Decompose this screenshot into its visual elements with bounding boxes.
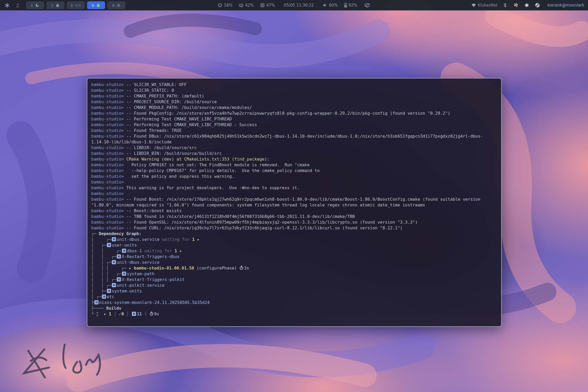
terminal-line: └ ∑ ▸ 1 │ ✓0 │ 11 │ 9s <box>91 311 497 317</box>
terminal-line: ┌─ Dependency Graph: <box>91 231 497 237</box>
terminal-text-segment: │ │ ┌─ <box>91 283 111 288</box>
terminal-text-segment: set the policy and suppress this warning… <box>126 174 234 179</box>
workspace-number: 1 <box>31 3 33 8</box>
terminal-text-segment: -- Performing Test CMAKE_HAVE_LIBC_PTHRE… <box>126 117 232 121</box>
pause-icon <box>107 243 111 247</box>
terminal-text-segment: -- SLIC3R_STATIC: 0 <box>126 88 174 93</box>
terminal-text-segment: bambu-studio> <box>91 197 126 202</box>
terminal-line: bambu-studio> -- Found Threads: TRUE <box>91 128 497 133</box>
terminal-text-segment: ▸ <box>104 311 109 316</box>
terminal-text-segment: bambu-studio-01.00.01.50 <box>134 266 194 271</box>
terminal-text-segment: ✓ <box>119 311 121 316</box>
tray-dots-app-icon[interactable] <box>513 2 519 9</box>
terminal-line: bambu-studio> -- Performing Test CMAKE_H… <box>91 122 497 128</box>
terminal-text-segment: ├ <box>91 300 94 305</box>
ghost-icon <box>96 3 100 7</box>
terminal-text-segment: bambu-studio> <box>91 99 126 104</box>
terminal-line: bambu-studio> -- SLIC3R_WX_STABLE: OFF <box>91 82 497 88</box>
slack-icon <box>117 3 120 7</box>
terminal-text-segment: unit-polkit.service <box>117 283 164 288</box>
terminal-text-segment: 0 <box>121 311 124 316</box>
terminal-text-segment: │ │ │ ┌─ <box>91 266 129 271</box>
terminal-line: │ │ │ ┌─ ▸ bambu-studio-01.00.01.50 (con… <box>91 265 497 271</box>
terminal-line: bambu-studio> --help-policy CMP0167" for… <box>91 168 497 174</box>
terminal-text-segment: bambu-studio> <box>91 220 126 225</box>
terminal-text-segment: │ │ │ ┌─ <box>91 271 121 276</box>
terminal-text-segment: CMake Warning (dev) at CMakeLists.txt:35… <box>126 157 270 162</box>
workspace-button-8[interactable]: 8 <box>107 1 125 9</box>
volume-level: 60% <box>329 3 338 8</box>
terminal-text-segment: │ ┌─ <box>91 243 106 248</box>
terminal-text-segment: │ ┌─ <box>91 294 101 299</box>
terminal-text-segment: │ │ ┌─ <box>91 254 116 259</box>
terminal-line: bambu-studio> -- Found PkgConfig: /nix/s… <box>91 111 497 116</box>
terminal-text-segment: -- CMAKE_PREFIX_PATH: (default) <box>126 94 204 99</box>
terminal-text-segment: bambu-studio> <box>91 145 126 150</box>
workspace-list: 123</>58 <box>26 1 125 9</box>
terminal-text-segment: "1.80.0", minimum required is "1.66.0") … <box>91 203 425 207</box>
music-note-icon[interactable]: ♫ <box>14 2 21 9</box>
terminal-text-segment: --help-policy CMP0167" for policy detail… <box>126 168 320 173</box>
terminal-text-segment: bambu-studio> <box>91 225 126 230</box>
terminal-line: bambu-studio> CMake Warning (dev) at CMa… <box>91 156 497 162</box>
terminal-text-segment: -- TBB found in /nix/store/j46131f1218hd… <box>126 214 355 219</box>
pause-icon <box>122 272 126 276</box>
tray-steam-icon[interactable] <box>534 2 541 9</box>
terminal-text-segment: -- Found Threads: TRUE <box>126 128 182 133</box>
terminal-line: │ ┌─etc <box>91 294 497 300</box>
battery-level: 62% <box>349 3 357 8</box>
bluetooth-icon[interactable] <box>502 2 509 9</box>
terminal-text-segment: bambu-studio> <box>91 157 126 162</box>
terminal-text-segment: -- Found DBus: /nix/store/c61x984ghb825j… <box>126 134 483 139</box>
terminal-text-segment: system-path <box>127 271 155 276</box>
terminal-line: bambu-studio> -- LIBDIR_BIN: /build/sour… <box>91 151 497 156</box>
terminal-text-segment: dbus-1 <box>127 248 142 253</box>
code-icon: </> <box>75 3 81 7</box>
terminal-line: bambu-studio> This warning is for projec… <box>91 185 497 191</box>
terminal-line: │ ┌─user-units <box>91 242 497 248</box>
workspace-button-1[interactable]: 1 <box>26 1 44 9</box>
terminal-text-segment: -- Found Boost: /nix/store/170phls1qj27w… <box>126 197 480 202</box>
terminal-text-segment: 11 <box>137 311 142 316</box>
terminal-text-segment: -- Found OpenSSL: /nix/store/4lfxnin8975… <box>126 220 418 225</box>
terminal-text-segment: bambu-studio> <box>91 208 126 213</box>
wifi-stat[interactable]: KlukasNet <box>471 3 497 8</box>
pause-icon <box>117 277 121 281</box>
memory-icon <box>239 3 243 8</box>
tray-snowflake-icon[interactable] <box>523 2 530 9</box>
terminal-text-segment: │ <box>111 311 119 316</box>
pause-icon <box>112 283 116 287</box>
terminal-text-segment: bambu-studio> <box>91 151 126 156</box>
terminal-text-segment: 1 <box>192 237 195 242</box>
screencast-off-icon[interactable] <box>364 2 370 9</box>
terminal-text-segment: -- Boost::boost exists <box>126 208 182 213</box>
cpu-usage: 16% <box>224 3 232 8</box>
terminal-line: │ │ ┌─unit-dbus.service <box>91 260 497 265</box>
terminal-text-segment: Dependency Graph: <box>99 231 142 236</box>
battery-icon <box>344 3 347 8</box>
workspace-number: 8 <box>112 3 114 8</box>
wifi-ssid: KlukasNet <box>478 3 497 8</box>
workspace-button-2[interactable]: 2 <box>46 1 64 9</box>
logged-in-user: kierank@moonlark <box>548 3 584 8</box>
terminal-window[interactable]: bambu-studio> -- SLIC3R_WX_STABLE: OFFba… <box>87 78 502 327</box>
workspace-number: 5 <box>92 3 94 8</box>
workspace-button-5[interactable]: 5 <box>87 1 105 9</box>
moon-icon <box>35 3 39 7</box>
terminal-text-segment: │ │ ┌─ <box>91 260 111 265</box>
terminal-text-segment: 1.14.10-lib/lib/dbus-1.0/include <box>91 139 172 144</box>
volume-stat[interactable]: 60% <box>323 3 338 8</box>
terminal-text-segment: │ ┌─ <box>91 237 111 242</box>
nix-logo-icon[interactable] <box>4 2 10 9</box>
terminal-text-segment: └ <box>91 311 96 316</box>
terminal-line: bambu-studio> Policy CMP0167 is not set:… <box>91 162 497 168</box>
terminal-text-segment: X-Restart-Triggers-dbus <box>122 254 180 259</box>
pause-icon <box>122 249 126 253</box>
workspace-button-3[interactable]: 3</> <box>67 1 85 9</box>
cpu-icon <box>218 3 222 8</box>
clock[interactable]: 05/05 11:30:22 <box>284 3 314 8</box>
pause-icon <box>112 260 116 264</box>
terminal-text-segment: bambu-studio> <box>91 82 126 87</box>
terminal-text-segment: waiting for <box>142 248 174 253</box>
workspace-number: 2 <box>51 3 53 8</box>
